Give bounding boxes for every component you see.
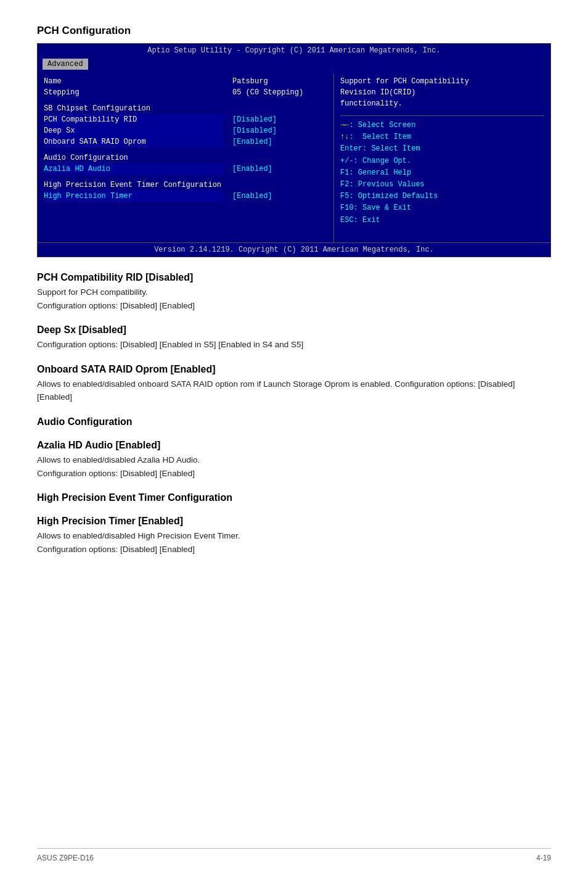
- bios-label-azalia: Azalia HD Audio: [44, 163, 155, 175]
- doc-heading-azalia: Azalia HD Audio [Enabled]: [37, 440, 551, 451]
- bios-label-hpet-timer: High Precision Timer: [44, 191, 155, 202]
- bios-val-pch-compat: [Disabled]: [232, 114, 330, 125]
- doc-body-azalia: Allows to enabled/disabled Azalia HD Aud…: [37, 453, 551, 480]
- bios-top-bar: Aptio Setup Utility - Copyright (C) 2011…: [38, 44, 550, 57]
- doc-section-pch-compat: PCH Compatibility RID [Disabled] Support…: [37, 272, 551, 312]
- page-footer: ASUS Z9PE-D16 4-19: [37, 848, 551, 862]
- key-f1: F1: General Help: [340, 167, 544, 179]
- bios-val-hpet-blank: [232, 179, 330, 191]
- bios-left-column: Name Stepping SB Chipset Configuration P…: [38, 73, 229, 242]
- bios-val-sb-blank: [232, 103, 330, 114]
- key-f5: F5: Optimized Defaults: [340, 191, 544, 202]
- bios-bottom-bar: Version 2.14.1219. Copyright (C) 2011 Am…: [38, 242, 550, 257]
- bios-section-hpet: High Precision Event Timer Configuration: [44, 179, 223, 191]
- key-f10: F10: Save & Exit: [340, 202, 544, 214]
- bios-screen: Aptio Setup Utility - Copyright (C) 2011…: [37, 43, 551, 257]
- doc-heading-onboard-sata: Onboard SATA RAID Oprom [Enabled]: [37, 364, 551, 375]
- bios-key-help: →←: Select Screen ↑↓: Select Item Enter:…: [340, 120, 544, 226]
- bios-label-deep-sx: Deep Sx: [44, 125, 155, 136]
- bios-field-deep-sx[interactable]: Deep Sx: [44, 125, 223, 136]
- doc-section-hpet-timer: High Precision Timer [Enabled] Allows to…: [37, 516, 551, 556]
- bios-val-stepping: 05 (C0 Stepping): [232, 87, 330, 98]
- bios-divider: [340, 115, 544, 116]
- bios-value-onboard-sata: [Enabled]: [232, 136, 272, 147]
- bios-val-azalia: [Enabled]: [232, 163, 330, 175]
- doc-body-deep-sx: Configuration options: [Disabled] [Enabl…: [37, 338, 551, 352]
- bios-val-onboard-sata: [Enabled]: [232, 136, 330, 147]
- bios-field-azalia[interactable]: Azalia HD Audio: [44, 163, 223, 175]
- doc-heading-hpet-timer: High Precision Timer [Enabled]: [37, 516, 551, 527]
- footer-left: ASUS Z9PE-D16: [37, 854, 94, 862]
- bios-val-hpet-timer: [Enabled]: [232, 191, 330, 202]
- bios-field-onboard-sata[interactable]: Onboard SATA RAID Oprom: [44, 136, 223, 147]
- doc-body-onboard-sata: Allows to enabled/disabled onboard SATA …: [37, 377, 551, 404]
- bios-field-pch-compat[interactable]: PCH Compatibility RID: [44, 114, 223, 125]
- doc-section-azalia: Azalia HD Audio [Enabled] Allows to enab…: [37, 440, 551, 480]
- bios-value-pch-compat: [Disabled]: [232, 114, 277, 125]
- bios-section-sb: SB Chipset Configuration: [44, 103, 223, 114]
- bios-field-name: Name: [44, 76, 223, 87]
- footer-right: 4-19: [536, 854, 551, 862]
- doc-section-deep-sx: Deep Sx [Disabled] Configuration options…: [37, 324, 551, 352]
- doc-body-pch-compat: Support for PCH compatibility. Configura…: [37, 286, 551, 312]
- bios-label-stepping: Stepping: [44, 87, 155, 98]
- doc-section-onboard-sata: Onboard SATA RAID Oprom [Enabled] Allows…: [37, 364, 551, 404]
- bios-value-azalia: [Enabled]: [232, 163, 272, 175]
- doc-heading-audio-config: Audio Configuration: [37, 416, 551, 427]
- bios-tab-advanced[interactable]: Advanced: [43, 59, 88, 70]
- page-content: PCH Configuration Aptio Setup Utility - …: [37, 25, 551, 556]
- bios-label-hpet-config: High Precision Event Timer Configuration: [44, 179, 221, 191]
- bios-label-audio-config: Audio Configuration: [44, 152, 128, 163]
- doc-heading-hpet-config: High Precision Event Timer Configuration: [37, 492, 551, 503]
- bios-section-audio: Audio Configuration: [44, 152, 223, 163]
- bios-help-text: Support for PCH Compatibility Revision I…: [340, 76, 544, 109]
- doc-heading-deep-sx: Deep Sx [Disabled]: [37, 324, 551, 336]
- doc-body-hpet-timer: Allows to enabled/disabled High Precisio…: [37, 529, 551, 556]
- bios-label-pch-compat: PCH Compatibility RID: [44, 114, 155, 125]
- key-plus-minus: +/-: Change Opt.: [340, 155, 544, 167]
- bios-center-column: Patsburg 05 (C0 Stepping) [Disabled] [Di…: [229, 73, 333, 242]
- bios-field-hpet-timer[interactable]: High Precision Timer: [44, 191, 223, 202]
- doc-section-audio-config: Audio Configuration: [37, 416, 551, 427]
- bios-value-hpet-timer: [Enabled]: [232, 191, 272, 202]
- bios-field-stepping: Stepping: [44, 87, 223, 98]
- bios-value-deep-sx: [Disabled]: [232, 125, 277, 136]
- bios-label-name: Name: [44, 76, 155, 87]
- bios-label-sb-chipset: SB Chipset Configuration: [44, 103, 150, 114]
- bios-tab-bar: Advanced: [38, 57, 550, 70]
- bios-value-name: Patsburg: [232, 76, 268, 87]
- bios-val-audio-blank: [232, 152, 330, 163]
- key-f2: F2: Previous Values: [340, 179, 544, 191]
- page-title: PCH Configuration: [37, 25, 551, 37]
- bios-label-onboard-sata: Onboard SATA RAID Oprom: [44, 136, 155, 147]
- key-esc: ESC: Exit: [340, 215, 544, 226]
- doc-heading-pch-compat: PCH Compatibility RID [Disabled]: [37, 272, 551, 283]
- key-select-item-ud: ↑↓: Select Item: [340, 131, 544, 143]
- bios-val-name: Patsburg: [232, 76, 330, 87]
- key-select-screen: →←: Select Screen: [340, 120, 544, 131]
- bios-value-stepping: 05 (C0 Stepping): [232, 87, 303, 98]
- bios-val-deep-sx: [Disabled]: [232, 125, 330, 136]
- doc-section-hpet-config: High Precision Event Timer Configuration: [37, 492, 551, 503]
- key-enter: Enter: Select Item: [340, 143, 544, 155]
- bios-right-column: Support for PCH Compatibility Revision I…: [333, 73, 550, 242]
- bios-body: Name Stepping SB Chipset Configuration P…: [38, 70, 550, 242]
